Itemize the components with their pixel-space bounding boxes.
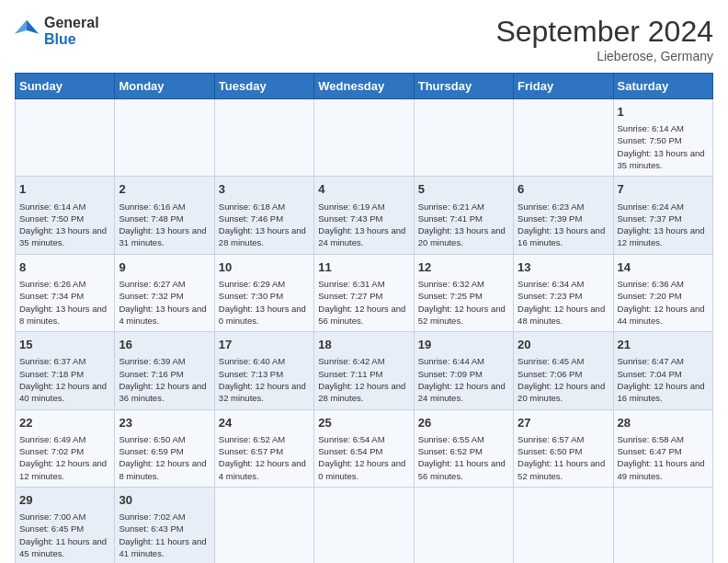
sunset-text: Sunset: 7:46 PM <box>219 213 283 224</box>
sunset-text: Sunset: 7:43 PM <box>318 213 382 224</box>
day-number: 6 <box>518 181 609 198</box>
col-tuesday: Tuesday <box>214 74 313 99</box>
calendar-row: 1Sunrise: 6:14 AMSunset: 7:50 PMDaylight… <box>16 177 713 254</box>
daylight-text: Daylight: 12 hours and 40 minutes. <box>19 381 107 403</box>
calendar-cell: 28Sunrise: 6:58 AMSunset: 6:47 PMDayligh… <box>613 409 712 487</box>
calendar-cell: 3Sunrise: 6:18 AMSunset: 7:46 PMDaylight… <box>214 177 313 254</box>
daylight-text: Daylight: 12 hours and 36 minutes. <box>119 381 206 403</box>
daylight-text: Daylight: 12 hours and 8 minutes. <box>119 458 206 480</box>
sunrise-text: Sunrise: 6:37 AM <box>19 356 85 366</box>
calendar-cell: 2Sunrise: 6:16 AMSunset: 7:48 PMDaylight… <box>115 177 214 254</box>
sunrise-text: Sunrise: 6:47 AM <box>618 356 684 366</box>
calendar-cell <box>414 487 513 563</box>
daylight-text: Daylight: 13 hours and 35 minutes. <box>618 148 705 170</box>
calendar-header: Sunday Monday Tuesday Wednesday Thursday… <box>16 74 713 99</box>
day-number: 15 <box>19 337 110 353</box>
daylight-text: Daylight: 13 hours and 35 minutes. <box>19 225 107 247</box>
calendar-cell: 16Sunrise: 6:39 AMSunset: 7:16 PMDayligh… <box>115 332 214 409</box>
calendar-cell: 15Sunrise: 6:37 AMSunset: 7:18 PMDayligh… <box>16 332 115 409</box>
calendar-cell: 24Sunrise: 6:52 AMSunset: 6:57 PMDayligh… <box>214 409 313 487</box>
day-number: 12 <box>418 259 509 276</box>
sunset-text: Sunset: 6:59 PM <box>119 446 183 456</box>
calendar-cell: 1Sunrise: 6:14 AMSunset: 7:50 PMDaylight… <box>16 177 115 254</box>
daylight-text: Daylight: 13 hours and 20 minutes. <box>418 225 506 247</box>
sunset-text: Sunset: 7:27 PM <box>318 291 382 301</box>
col-wednesday: Wednesday <box>314 74 414 99</box>
sunrise-text: Sunrise: 6:42 AM <box>318 356 384 366</box>
calendar-cell: 8Sunrise: 6:26 AMSunset: 7:34 PMDaylight… <box>16 254 115 331</box>
sunrise-text: Sunrise: 7:02 AM <box>119 511 185 522</box>
calendar-row: 15Sunrise: 6:37 AMSunset: 7:18 PMDayligh… <box>16 332 713 409</box>
calendar-cell: 17Sunrise: 6:40 AMSunset: 7:13 PMDayligh… <box>214 332 313 409</box>
sunrise-text: Sunrise: 7:00 AM <box>19 511 85 522</box>
daylight-text: Daylight: 11 hours and 56 minutes. <box>418 458 506 480</box>
daylight-text: Daylight: 13 hours and 8 minutes. <box>19 304 107 326</box>
calendar-cell <box>514 99 613 177</box>
logo-text: General Blue <box>44 15 99 48</box>
calendar-cell: 23Sunrise: 6:50 AMSunset: 6:59 PMDayligh… <box>115 409 214 487</box>
page-header: General Blue September 2024 Lieberose, G… <box>15 15 713 63</box>
calendar-cell: 18Sunrise: 6:42 AMSunset: 7:11 PMDayligh… <box>314 332 414 409</box>
calendar-row: 29Sunrise: 7:00 AMSunset: 6:45 PMDayligh… <box>16 487 713 563</box>
svg-marker-1 <box>15 20 27 34</box>
calendar-cell <box>115 99 214 177</box>
calendar-cell <box>514 487 613 563</box>
daylight-text: Daylight: 13 hours and 28 minutes. <box>219 225 306 247</box>
sunrise-text: Sunrise: 6:36 AM <box>618 279 684 289</box>
day-number: 25 <box>318 415 409 431</box>
sunset-text: Sunset: 7:04 PM <box>618 369 682 379</box>
day-number: 9 <box>119 259 210 276</box>
sunset-text: Sunset: 7:06 PM <box>518 369 582 379</box>
day-number: 20 <box>518 337 609 353</box>
sunrise-text: Sunrise: 6:44 AM <box>418 356 484 366</box>
calendar-cell: 12Sunrise: 6:32 AMSunset: 7:25 PMDayligh… <box>414 254 513 331</box>
calendar-cell: 21Sunrise: 6:47 AMSunset: 7:04 PMDayligh… <box>613 332 712 409</box>
day-number: 30 <box>119 492 210 509</box>
daylight-text: Daylight: 13 hours and 24 minutes. <box>318 225 405 247</box>
daylight-text: Daylight: 12 hours and 28 minutes. <box>318 381 405 403</box>
calendar-cell: 11Sunrise: 6:31 AMSunset: 7:27 PMDayligh… <box>314 254 414 331</box>
sunset-text: Sunset: 7:37 PM <box>618 213 682 224</box>
calendar-cell: 7Sunrise: 6:24 AMSunset: 7:37 PMDaylight… <box>613 177 712 254</box>
sunset-text: Sunset: 6:50 PM <box>518 446 582 456</box>
calendar-cell: 1Sunrise: 6:14 AMSunset: 7:50 PMDaylight… <box>613 99 712 177</box>
day-number: 4 <box>318 181 409 198</box>
calendar-cell: 10Sunrise: 6:29 AMSunset: 7:30 PMDayligh… <box>214 254 313 331</box>
sunrise-text: Sunrise: 6:23 AM <box>518 201 584 212</box>
day-number: 2 <box>119 181 210 198</box>
calendar-row: 8Sunrise: 6:26 AMSunset: 7:34 PMDaylight… <box>16 254 713 331</box>
daylight-text: Daylight: 12 hours and 12 minutes. <box>19 458 107 480</box>
daylight-text: Daylight: 11 hours and 52 minutes. <box>518 458 605 480</box>
svg-marker-0 <box>27 20 39 34</box>
daylight-text: Daylight: 13 hours and 4 minutes. <box>119 304 206 326</box>
calendar-cell: 19Sunrise: 6:44 AMSunset: 7:09 PMDayligh… <box>414 332 513 409</box>
day-number: 17 <box>219 337 310 353</box>
sunset-text: Sunset: 7:30 PM <box>219 291 283 301</box>
header-row: Sunday Monday Tuesday Wednesday Thursday… <box>16 74 713 99</box>
daylight-text: Daylight: 12 hours and 24 minutes. <box>418 381 506 403</box>
daylight-text: Daylight: 12 hours and 4 minutes. <box>219 458 306 480</box>
sunset-text: Sunset: 6:54 PM <box>318 446 382 456</box>
day-number: 14 <box>618 259 709 276</box>
day-number: 18 <box>318 337 409 353</box>
daylight-text: Daylight: 13 hours and 0 minutes. <box>219 304 306 326</box>
day-number: 8 <box>19 259 110 276</box>
day-number: 28 <box>618 415 709 431</box>
sunset-text: Sunset: 7:13 PM <box>219 369 283 379</box>
calendar-row: 22Sunrise: 6:49 AMSunset: 7:02 PMDayligh… <box>16 409 713 487</box>
sunset-text: Sunset: 7:09 PM <box>418 369 483 379</box>
day-number: 16 <box>119 337 210 353</box>
day-number: 5 <box>418 181 509 198</box>
calendar-cell: 6Sunrise: 6:23 AMSunset: 7:39 PMDaylight… <box>514 177 613 254</box>
calendar-cell: 4Sunrise: 6:19 AMSunset: 7:43 PMDaylight… <box>314 177 414 254</box>
daylight-text: Daylight: 12 hours and 16 minutes. <box>618 381 705 403</box>
calendar-cell <box>16 99 115 177</box>
sunset-text: Sunset: 7:34 PM <box>19 291 84 301</box>
daylight-text: Daylight: 12 hours and 44 minutes. <box>618 304 705 326</box>
daylight-text: Daylight: 12 hours and 32 minutes. <box>219 381 306 403</box>
sunrise-text: Sunrise: 6:57 AM <box>518 434 584 444</box>
sunset-text: Sunset: 7:20 PM <box>618 291 682 301</box>
calendar-cell: 29Sunrise: 7:00 AMSunset: 6:45 PMDayligh… <box>16 487 115 563</box>
logo: General Blue <box>15 15 99 48</box>
day-number: 11 <box>318 259 409 276</box>
